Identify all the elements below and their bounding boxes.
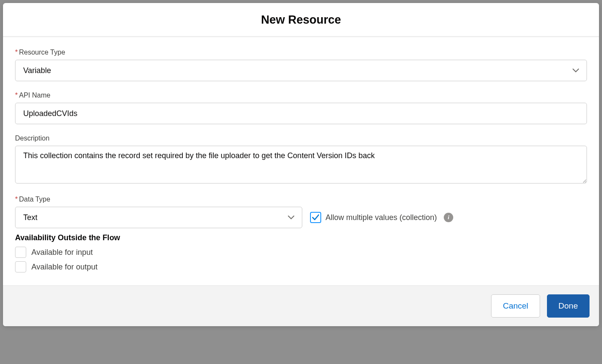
data-type-select[interactable]: Text <box>15 207 302 228</box>
data-type-label-text: Data Type <box>19 196 50 203</box>
availability-heading: Availability Outside the Flow <box>15 233 587 242</box>
modal-body: *Resource Type Variable *API Name Descri… <box>3 37 599 285</box>
modal-title: New Resource <box>3 13 599 27</box>
available-output-label: Available for output <box>31 263 98 272</box>
resource-type-label-text: Resource Type <box>19 49 65 56</box>
available-input-row: Available for input <box>15 247 587 258</box>
resource-type-select-button[interactable]: Variable <box>15 60 587 81</box>
field-data-type: *Data Type Text Allow multiple values (c… <box>15 196 587 228</box>
data-type-select-button[interactable]: Text <box>15 207 302 228</box>
allow-multiple-checkbox[interactable] <box>310 212 321 223</box>
allow-multiple-wrap: Allow multiple values (collection) i <box>310 212 453 223</box>
new-resource-modal: New Resource *Resource Type Variable *AP… <box>3 3 599 326</box>
api-name-input[interactable] <box>15 103 587 124</box>
resource-type-label: *Resource Type <box>15 49 587 56</box>
modal-header: New Resource <box>3 3 599 37</box>
required-mark: * <box>15 196 18 203</box>
info-icon[interactable]: i <box>444 213 453 222</box>
available-input-label: Available for input <box>31 248 93 257</box>
field-api-name: *API Name <box>15 92 587 124</box>
required-mark: * <box>15 92 18 99</box>
field-resource-type: *Resource Type Variable <box>15 49 587 81</box>
available-input-checkbox[interactable] <box>15 247 26 258</box>
required-mark: * <box>15 49 18 56</box>
data-type-row: Text Allow multiple values (collection) … <box>15 207 587 228</box>
cancel-button[interactable]: Cancel <box>491 294 540 318</box>
modal-footer: Cancel Done <box>3 285 599 326</box>
description-textarea[interactable] <box>15 146 587 184</box>
api-name-label: *API Name <box>15 92 587 99</box>
data-type-label: *Data Type <box>15 196 587 203</box>
done-button[interactable]: Done <box>547 294 590 318</box>
resource-type-select[interactable]: Variable <box>15 60 587 81</box>
field-description: Description <box>15 135 587 185</box>
allow-multiple-label: Allow multiple values (collection) <box>326 213 437 222</box>
available-output-checkbox[interactable] <box>15 261 26 272</box>
description-label: Description <box>15 135 587 142</box>
available-output-row: Available for output <box>15 261 587 272</box>
api-name-label-text: API Name <box>19 92 50 99</box>
